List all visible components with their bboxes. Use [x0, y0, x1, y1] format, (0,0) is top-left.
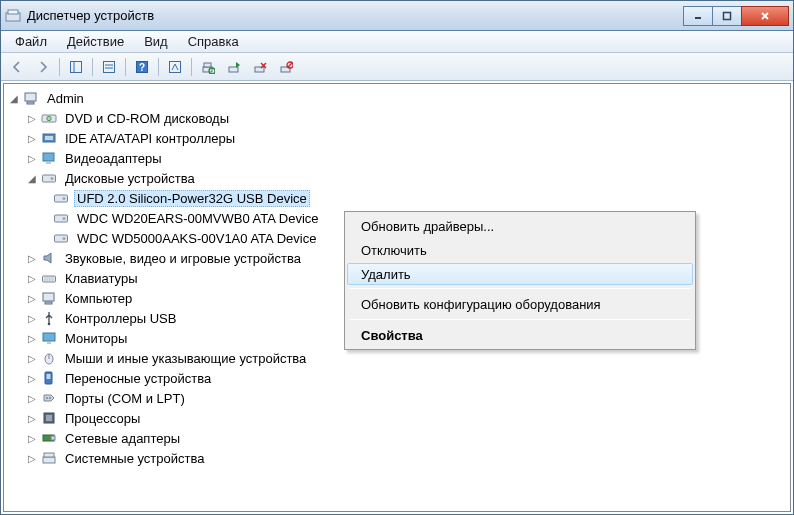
svg-rect-46 [43, 333, 55, 341]
expand-icon[interactable]: ▷ [26, 112, 38, 124]
tree-node-label: Мыши и иные указывающие устройства [62, 350, 309, 367]
menu-action[interactable]: Действие [57, 31, 134, 52]
tree-node-dvd[interactable]: ▷ DVD и CD-ROM дисководы [6, 108, 788, 128]
svg-point-27 [47, 116, 51, 120]
processor-icon [40, 410, 58, 426]
expand-icon[interactable]: ▷ [26, 312, 38, 324]
back-button[interactable] [5, 56, 29, 78]
collapse-icon[interactable]: ◢ [8, 92, 20, 104]
tree-node-label: Контроллеры USB [62, 310, 179, 327]
disk-drive-icon [52, 210, 70, 226]
svg-point-52 [46, 397, 48, 399]
tree-node-ports[interactable]: ▷ Порты (COM и LPT) [6, 388, 788, 408]
toolbar-separator [92, 58, 93, 76]
tree-node-ide[interactable]: ▷ IDE ATA/ATAPI контроллеры [6, 128, 788, 148]
tree-node-disk-child[interactable]: UFD 2.0 Silicon-Power32G USB Device [6, 188, 788, 208]
tree-node-network[interactable]: ▷ Сетевые адаптеры [6, 428, 788, 448]
show-hidden-devices-button[interactable] [163, 56, 187, 78]
maximize-button[interactable] [712, 6, 742, 26]
computer-icon [40, 290, 58, 306]
expand-icon[interactable]: ▷ [26, 452, 38, 464]
expand-icon[interactable]: ▷ [26, 352, 38, 364]
ctx-delete[interactable]: Удалить [347, 263, 693, 285]
disable-button[interactable] [274, 56, 298, 78]
tree-node-video[interactable]: ▷ Видеоадаптеры [6, 148, 788, 168]
expand-icon[interactable]: ▷ [26, 392, 38, 404]
svg-rect-29 [45, 136, 53, 140]
tree-node-label: Системные устройства [62, 450, 207, 467]
toolbar: ? [1, 53, 793, 81]
system-device-icon [40, 450, 58, 466]
expand-icon[interactable]: ▷ [26, 252, 38, 264]
expand-icon[interactable]: ▷ [26, 432, 38, 444]
tree-node-label: Дисковые устройства [62, 170, 198, 187]
expand-icon[interactable]: ▷ [26, 152, 38, 164]
menubar: Файл Действие Вид Справка [1, 31, 793, 53]
tree-node-label: Admin [44, 90, 87, 107]
svg-rect-30 [43, 153, 54, 161]
tree-root[interactable]: ◢ Admin [6, 88, 788, 108]
tree-node-system[interactable]: ▷ Системные устройства [6, 448, 788, 468]
menu-file[interactable]: Файл [5, 31, 57, 52]
window-controls [684, 6, 789, 26]
ctx-update-drivers[interactable]: Обновить драйверы... [347, 214, 693, 238]
expand-icon[interactable]: ▷ [26, 272, 38, 284]
forward-button[interactable] [31, 56, 55, 78]
svg-rect-55 [46, 415, 52, 421]
svg-rect-6 [71, 61, 82, 72]
scan-hardware-button[interactable] [196, 56, 220, 78]
toolbar-separator [191, 58, 192, 76]
ide-controller-icon [40, 130, 58, 146]
disk-drive-icon [52, 190, 70, 206]
expand-icon[interactable]: ▷ [26, 412, 38, 424]
tree-node-portable[interactable]: ▷ Переносные устройства [6, 368, 788, 388]
svg-rect-59 [44, 453, 54, 457]
app-icon [5, 8, 21, 24]
svg-line-23 [288, 63, 292, 67]
expand-icon[interactable]: ▷ [26, 372, 38, 384]
update-driver-button[interactable] [222, 56, 246, 78]
uninstall-button[interactable] [248, 56, 272, 78]
ctx-scan-hardware[interactable]: Обновить конфигурацию оборудования [347, 292, 693, 316]
window-title: Диспетчер устройств [27, 8, 684, 23]
svg-point-33 [51, 177, 54, 180]
svg-rect-38 [55, 235, 68, 242]
properties-button[interactable] [97, 56, 121, 78]
svg-point-53 [49, 397, 51, 399]
minimize-button[interactable] [683, 6, 713, 26]
tree-node-label: WDC WD5000AAKS-00V1A0 ATA Device [74, 230, 319, 247]
expand-icon[interactable]: ▷ [26, 132, 38, 144]
svg-rect-24 [25, 93, 36, 101]
toolbar-separator [59, 58, 60, 76]
tree-node-disk-drives[interactable]: ◢ Дисковые устройства [6, 168, 788, 188]
svg-point-45 [48, 323, 51, 326]
expand-icon[interactable]: ▷ [26, 292, 38, 304]
ctx-disable[interactable]: Отключить [347, 238, 693, 262]
tree-node-label: Процессоры [62, 410, 143, 427]
tree-node-mice[interactable]: ▷ Мыши и иные указывающие устройства [6, 348, 788, 368]
tree-node-label: Порты (COM и LPT) [62, 390, 188, 407]
collapse-icon[interactable]: ◢ [26, 172, 38, 184]
dvd-drive-icon [40, 110, 58, 126]
help-button[interactable]: ? [130, 56, 154, 78]
svg-rect-31 [46, 162, 51, 164]
sound-icon [40, 250, 58, 266]
svg-rect-1 [8, 10, 18, 14]
svg-rect-3 [724, 12, 731, 19]
close-button[interactable] [741, 6, 789, 26]
svg-rect-18 [255, 67, 264, 72]
tree-node-label: Переносные устройства [62, 370, 214, 387]
tree-node-label: UFD 2.0 Silicon-Power32G USB Device [74, 190, 310, 207]
menu-view[interactable]: Вид [134, 31, 178, 52]
menu-help[interactable]: Справка [178, 31, 249, 52]
usb-icon [40, 310, 58, 326]
svg-rect-34 [55, 195, 68, 202]
tree-node-processors[interactable]: ▷ Процессоры [6, 408, 788, 428]
show-hide-tree-button[interactable] [64, 56, 88, 78]
expand-icon[interactable]: ▷ [26, 332, 38, 344]
tree-node-label: Клавиатуры [62, 270, 141, 287]
network-adapter-icon [40, 430, 58, 446]
svg-rect-57 [51, 436, 55, 440]
ctx-properties[interactable]: Свойства [347, 323, 693, 347]
svg-rect-15 [204, 63, 211, 67]
